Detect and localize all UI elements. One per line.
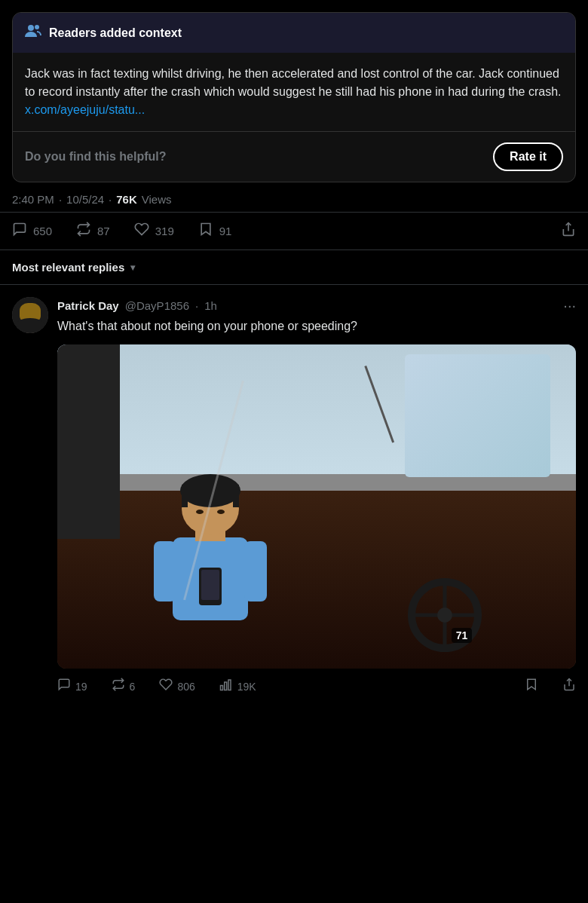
post-views-label: Views: [142, 193, 172, 206]
reply-views-count: 19K: [237, 681, 256, 693]
context-link[interactable]: x.com/ayeejuju/statu...: [25, 103, 145, 116]
svg-rect-31: [220, 686, 222, 690]
svg-point-10: [25, 314, 29, 317]
svg-rect-13: [31, 312, 36, 314]
reply-time: ·: [195, 299, 198, 312]
share-icon: [561, 222, 576, 240]
reply-timestamp: 1h: [204, 299, 217, 312]
svg-rect-33: [228, 680, 231, 690]
reply-comment-icon: [57, 678, 71, 695]
reply-views-icon: [219, 678, 233, 695]
more-options-icon[interactable]: ···: [563, 297, 576, 314]
readers-icon: [25, 23, 41, 42]
reply-like-button[interactable]: 806: [159, 678, 194, 695]
right-window: [405, 354, 550, 477]
share-button[interactable]: [561, 222, 576, 240]
reply-share-button[interactable]: [562, 678, 576, 695]
svg-rect-5: [25, 323, 35, 333]
person-svg: [135, 455, 286, 620]
svg-point-21: [196, 510, 204, 514]
reply-media[interactable]: 71: [57, 344, 576, 669]
svg-point-30: [437, 608, 452, 623]
svg-rect-26: [244, 541, 267, 601]
context-footer: Do you find this helpful? Rate it: [13, 132, 575, 182]
post-time: 2:40 PM: [12, 193, 54, 206]
bookmark-icon: [198, 222, 213, 240]
like-button[interactable]: 319: [134, 222, 174, 240]
like-count: 319: [155, 225, 174, 237]
svg-rect-9: [20, 305, 23, 312]
speed-badge: 71: [452, 628, 473, 643]
svg-point-22: [217, 510, 225, 514]
bookmark-count: 91: [219, 225, 232, 237]
svg-rect-24: [201, 570, 219, 600]
svg-rect-6: [16, 327, 44, 333]
svg-rect-32: [224, 682, 226, 690]
reply-comment-button[interactable]: 19: [57, 678, 87, 695]
reply-username: Patrick Day: [57, 299, 119, 312]
reply-card: Patrick Day @DayP1856 · 1h ··· What's th…: [0, 285, 588, 707]
retweet-icon: [76, 222, 91, 240]
svg-rect-25: [154, 541, 176, 601]
reply-retweet-count: 6: [130, 681, 136, 693]
svg-rect-20: [233, 485, 239, 507]
retweet-button[interactable]: 87: [76, 222, 110, 240]
comment-icon: [12, 222, 27, 240]
reply-header-row: Patrick Day @DayP1856 · 1h ···: [57, 297, 576, 314]
post-meta: 2:40 PM · 10/5/24 · 76K Views: [0, 182, 588, 212]
reply-user-info: Patrick Day @DayP1856 · 1h: [57, 299, 217, 312]
chevron-down-icon: ▾: [130, 262, 135, 273]
avatar: [12, 297, 48, 333]
reply-share-icon: [562, 678, 576, 695]
reply-like-count: 806: [177, 681, 194, 693]
svg-rect-14: [26, 320, 34, 322]
context-box: Readers added context Jack was in fact t…: [12, 12, 576, 182]
reply-views-button[interactable]: 19K: [219, 678, 256, 695]
post-date: 10/5/24: [66, 193, 104, 206]
helpful-label: Do you find this helpful?: [25, 150, 167, 164]
reply-bookmark-icon: [525, 678, 538, 695]
svg-marker-2: [201, 224, 210, 235]
engagement-bar: 650 87 319: [0, 212, 588, 250]
svg-rect-19: [182, 485, 188, 507]
bookmark-button[interactable]: 91: [198, 222, 232, 240]
retweet-count: 87: [97, 225, 110, 237]
svg-point-1: [35, 25, 39, 29]
comment-button[interactable]: 650: [12, 222, 52, 240]
reply-handle: @DayP1856: [125, 299, 189, 312]
context-header-title: Readers added context: [49, 26, 182, 40]
context-body: Jack was in fact texting whilst driving,…: [13, 53, 575, 132]
replies-header[interactable]: Most relevant replies ▾: [0, 250, 588, 285]
reply-heart-icon: [159, 678, 173, 695]
reply-bookmark-button[interactable]: [525, 678, 538, 695]
context-header: Readers added context: [13, 13, 575, 53]
car-scene-image: 71: [57, 344, 576, 669]
svg-point-7: [20, 305, 40, 326]
post-views-count: 76K: [116, 193, 137, 206]
comment-count: 650: [33, 225, 52, 237]
reply-comment-count: 19: [75, 681, 87, 693]
svg-rect-4: [12, 297, 48, 333]
svg-point-0: [28, 25, 34, 31]
svg-marker-34: [528, 679, 536, 690]
reply-content: Patrick Day @DayP1856 · 1h ··· What's th…: [57, 297, 576, 695]
page-container: Readers added context Jack was in fact t…: [0, 12, 588, 707]
reply-retweet-button[interactable]: 6: [112, 678, 136, 695]
reply-retweet-icon: [112, 678, 125, 695]
svg-point-8: [20, 301, 41, 314]
left-pillar: [57, 344, 120, 539]
reply-text: What's that about not being on your phon…: [57, 317, 576, 335]
replies-header-label: Most relevant replies: [12, 261, 124, 274]
rate-it-button[interactable]: Rate it: [493, 142, 563, 171]
heart-icon: [134, 222, 149, 240]
svg-point-11: [32, 314, 36, 317]
svg-rect-12: [24, 312, 29, 314]
context-body-text: Jack was in fact texting whilst driving,…: [25, 65, 563, 119]
reply-engagement-bar: 19 6: [57, 678, 576, 695]
avatar-image: [12, 297, 48, 333]
